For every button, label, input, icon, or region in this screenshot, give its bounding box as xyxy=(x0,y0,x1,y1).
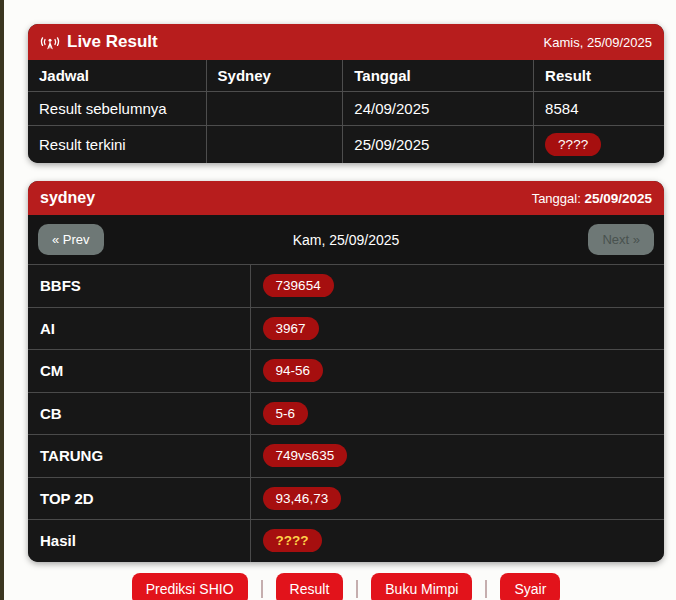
prediction-row-cm: CM 94-56 xyxy=(28,349,664,392)
table-row-current-result: Result terkini 25/09/2025 ???? xyxy=(28,126,664,164)
row-label: TARUNG xyxy=(28,435,251,477)
value-badge: 739654 xyxy=(263,274,334,297)
value-badge: 3967 xyxy=(263,317,319,340)
cell-sydney xyxy=(206,92,343,126)
sydney-date: Tanggal: 25/09/2025 xyxy=(532,191,652,206)
column-header-sydney: Sydney xyxy=(206,60,343,92)
column-header-result: Result xyxy=(534,60,664,92)
cell-result: ???? xyxy=(534,126,664,164)
row-label: TOP 2D xyxy=(28,478,251,520)
prediction-row-top2d: TOP 2D 93,46,73 xyxy=(28,477,664,520)
tanggal-label: Tanggal: xyxy=(532,191,581,206)
buku-mimpi-button[interactable]: Buku Mimpi xyxy=(371,573,472,600)
prev-button[interactable]: « Prev xyxy=(38,224,104,255)
next-button[interactable]: Next » xyxy=(588,224,654,255)
prediction-row-ai: AI 3967 xyxy=(28,307,664,350)
row-label: BBFS xyxy=(28,265,251,307)
value-badge: 5-6 xyxy=(263,402,309,425)
prediction-row-bbfs: BBFS 739654 xyxy=(28,264,664,307)
tanggal-value: 25/09/2025 xyxy=(584,191,652,206)
cell-jadwal: Result sebelumnya xyxy=(28,92,206,126)
sydney-card-header: sydney Tanggal: 25/09/2025 xyxy=(28,181,664,215)
separator xyxy=(485,580,487,598)
syair-button[interactable]: Syair xyxy=(500,573,560,600)
nav-current-date: Kam, 25/09/2025 xyxy=(104,232,589,248)
live-table-header-row: Jadwal Sydney Tanggal Result xyxy=(28,60,664,92)
live-result-card: Live Result Kamis, 25/09/2025 Jadwal Syd… xyxy=(28,24,664,163)
separator xyxy=(356,580,358,598)
pending-value-badge: ???? xyxy=(263,529,322,552)
live-result-header: Live Result Kamis, 25/09/2025 xyxy=(28,24,664,60)
cell-result: 8584 xyxy=(534,92,664,126)
row-label: AI xyxy=(28,308,251,350)
sydney-title: sydney xyxy=(40,189,95,207)
cell-tanggal: 25/09/2025 xyxy=(343,126,534,164)
value-badge: 93,46,73 xyxy=(263,487,342,510)
date-navigation-bar: « Prev Kam, 25/09/2025 Next » xyxy=(28,215,664,264)
row-label: CM xyxy=(28,350,251,392)
footer-links: Prediksi SHIO Result Buku Mimpi Syair xyxy=(28,573,664,600)
broadcast-icon xyxy=(40,34,60,50)
row-label: CB xyxy=(28,393,251,435)
prediction-row-cb: CB 5-6 xyxy=(28,392,664,435)
separator xyxy=(261,580,263,598)
live-result-table: Jadwal Sydney Tanggal Result Result sebe… xyxy=(28,60,664,163)
column-header-tanggal: Tanggal xyxy=(343,60,534,92)
table-row-previous-result: Result sebelumnya 24/09/2025 8584 xyxy=(28,92,664,126)
main-content: Live Result Kamis, 25/09/2025 Jadwal Syd… xyxy=(28,24,664,600)
column-header-jadwal: Jadwal xyxy=(28,60,206,92)
page-left-border xyxy=(0,0,4,600)
result-button[interactable]: Result xyxy=(276,573,344,600)
row-label: Hasil xyxy=(28,520,251,562)
cell-jadwal: Result terkini xyxy=(28,126,206,164)
cell-sydney xyxy=(206,126,343,164)
prediksi-shio-button[interactable]: Prediksi SHIO xyxy=(132,573,248,600)
live-result-title: Live Result xyxy=(67,32,158,52)
prediction-row-hasil: Hasil ???? xyxy=(28,519,664,562)
pending-result-badge: ???? xyxy=(545,133,601,156)
sydney-prediction-card: sydney Tanggal: 25/09/2025 « Prev Kam, 2… xyxy=(28,181,664,562)
prediction-row-tarung: TARUNG 749vs635 xyxy=(28,434,664,477)
live-result-date: Kamis, 25/09/2025 xyxy=(544,35,652,50)
cell-tanggal: 24/09/2025 xyxy=(343,92,534,126)
value-badge: 94-56 xyxy=(263,359,324,382)
value-badge: 749vs635 xyxy=(263,444,348,467)
